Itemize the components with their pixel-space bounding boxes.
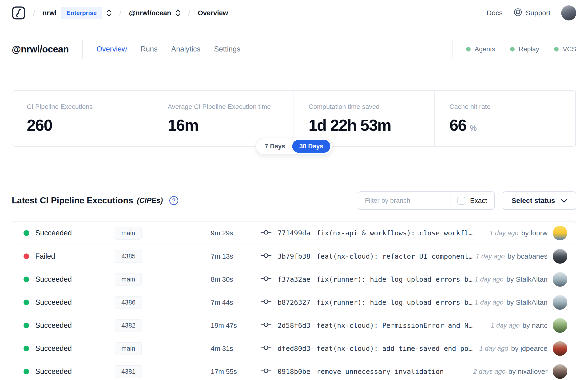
cipe-table: Succeeded main 9m 29s 771499da fix(nx-ap… [12,221,576,380]
status-select-button[interactable]: Select status [503,191,576,210]
service-replay[interactable]: Replay [510,45,539,53]
workspace-selector-chevrons-icon[interactable] [175,9,181,17]
status-dot [23,323,29,328]
nx-logo[interactable] [12,6,25,20]
stat-value: 260 [27,117,138,133]
commit-hash: 771499da [278,229,310,237]
exact-checkbox[interactable] [457,197,465,205]
support-link[interactable]: Support [513,8,550,18]
commit-message: fix(runner): hide log upload errors b… [317,298,473,306]
commit-message: feat(nx-cloud): add time-saved end po… [317,344,473,353]
tab-settings[interactable]: Settings [214,45,240,53]
period-option-30-days[interactable]: 30 Days [292,140,330,153]
commit-message: fix(nx-api & workflows): close workfl… [317,229,473,237]
commit-hash: dfed80d3 [278,344,310,353]
row-author: by nixallover [508,367,548,376]
help-icon[interactable]: ? [169,196,178,205]
table-row[interactable]: Succeeded 4382 19m 47s 2d58f6d3 feat(nx-… [12,314,576,337]
stat-card-cache-hit-rate: Cache hit rate 66% [435,91,576,146]
table-row[interactable]: Succeeded main 8m 30s f37a32ae fix(runne… [12,267,576,291]
time-ago: 1 day ago [490,229,518,237]
app-header: / nrwl Enterprise / @nrwl/ocean / Overvi… [0,0,588,26]
tab-runs[interactable]: Runs [141,45,158,53]
table-row[interactable]: Failed 4385 7m 13s 3b79fb38 feat(nx-clou… [12,245,576,267]
period-toggle: 7 Days 30 Days [255,138,332,155]
branch-badge: 4382 [115,319,142,332]
period-option-7-days[interactable]: 7 Days [258,140,292,153]
commit-hash: f37a32ae [278,275,310,283]
commit-message: fix(runner): hide log upload errors b… [317,275,473,283]
time-ago: 1 day ago [475,299,504,306]
duration: 7m 44s [190,299,261,306]
exact-toggle[interactable]: Exact [450,192,494,209]
status-dot [23,253,29,259]
git-commit-icon [261,298,271,306]
duration: 4m 31s [190,345,261,353]
divider [82,39,83,59]
table-row[interactable]: Succeeded main 9m 29s 771499da fix(nx-ap… [12,222,576,245]
tab-overview[interactable]: Overview [96,45,127,53]
service-vcs[interactable]: VCS [554,45,576,53]
author-avatar [553,318,567,333]
time-ago: 1 day ago [491,322,520,329]
user-avatar[interactable] [561,5,576,20]
breadcrumb-page: Overview [198,9,228,17]
stat-unit: % [470,123,477,133]
commit-message: feat(nx-cloud): refactor UI component… [317,252,473,260]
git-commit-icon [261,367,271,376]
author-avatar [553,295,567,310]
org-selector-chevrons-icon[interactable] [106,9,112,17]
status-label: Succeeded [35,367,72,376]
time-ago: 1 day ago [475,276,504,283]
stat-label: Average CI Pipeline Execution time [168,103,279,111]
commit-message: remove unnecessary invalidation [317,367,444,376]
stats-cards: CI Pipeline Executions 260 Average CI Pi… [12,90,576,147]
status-dot [23,346,29,351]
service-agents[interactable]: Agents [466,45,495,53]
breadcrumb-separator: / [33,9,35,18]
chevron-down-icon [561,197,567,205]
time-ago: 1 day ago [479,345,508,352]
page-title: @nrwl/ocean [12,44,69,55]
stat-value: 16m [168,117,279,133]
workspace-bar: @nrwl/ocean Overview Runs Analytics Sett… [12,39,576,59]
branch-filter-input[interactable] [358,192,450,209]
section-title: Latest CI Pipeline Executions [12,196,133,206]
duration: 17m 55s [190,368,261,376]
branch-badge: 4385 [115,250,142,263]
author-avatar [553,364,567,379]
tab-analytics[interactable]: Analytics [171,45,200,53]
breadcrumb: / nrwl Enterprise / @nrwl/ocean / Overvi… [12,6,228,20]
stat-value: 1d 22h 53m [309,117,420,133]
branch-badge: main [115,273,142,286]
row-author: by bcabanes [508,252,548,260]
cipes-section-header: Latest CI Pipeline Executions (CIPEs) ? … [12,191,576,210]
commit-hash: 3b79fb38 [278,252,310,260]
table-row[interactable]: Succeeded 4381 17m 55s 0918b0be remove u… [12,360,576,380]
row-author: by lourw [521,229,548,237]
table-row[interactable]: Succeeded 4386 7m 44s b8726327 fix(runne… [12,291,576,314]
status-dot [23,230,29,236]
author-avatar [553,249,567,264]
workspace-tabs: Overview Runs Analytics Settings [96,45,240,53]
row-author: by StalkAltan [506,298,548,306]
green-status-dot [554,47,559,52]
time-ago: 1 day ago [476,252,505,260]
service-status-group: Agents Replay VCS [452,39,576,59]
table-row[interactable]: Succeeded main 4m 31s dfed80d3 feat(nx-c… [12,337,576,360]
breadcrumb-workspace[interactable]: @nrwl/ocean [129,9,171,17]
row-author: by nartc [522,322,548,329]
duration: 19m 47s [190,322,261,329]
branch-badge: 4386 [115,296,142,309]
docs-link[interactable]: Docs [487,9,503,17]
breadcrumb-org[interactable]: nrwl [43,9,57,17]
author-avatar [553,341,567,356]
author-avatar [553,226,567,240]
status-dot [23,277,29,282]
commit-hash: 0918b0be [278,367,310,376]
section-title-suffix: (CIPEs) [137,196,163,205]
stat-value: 66% [450,117,561,133]
duration: 8m 30s [190,276,261,283]
status-label: Failed [35,252,55,261]
status-dot [23,300,29,305]
